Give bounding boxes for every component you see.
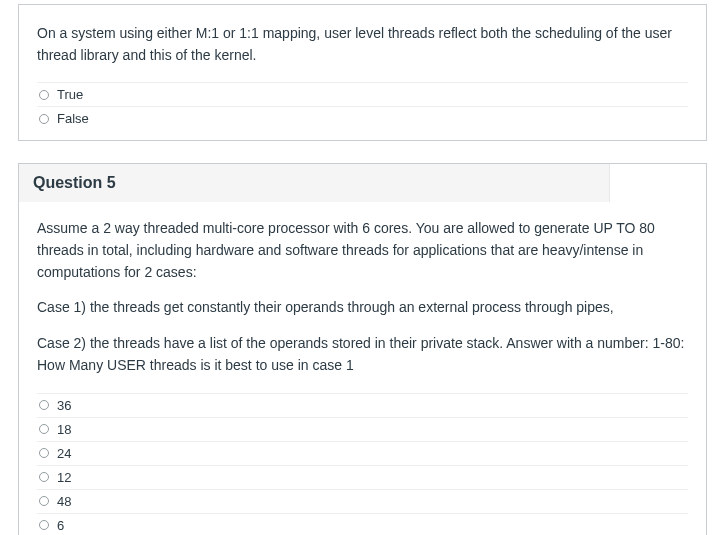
option-row[interactable]: 18 — [37, 417, 688, 441]
question-5-header: Question 5 — [19, 164, 610, 202]
question-5-p2: Case 1) the threads get constantly their… — [37, 297, 688, 319]
question-5-p3: Case 2) the threads have a list of the o… — [37, 333, 688, 376]
question-5-text: Assume a 2 way threaded multi-core proce… — [37, 218, 688, 376]
option-label: 48 — [57, 494, 71, 509]
radio-icon[interactable] — [39, 496, 49, 506]
radio-icon[interactable] — [39, 448, 49, 458]
radio-icon[interactable] — [39, 520, 49, 530]
question-4-body: On a system using either M:1 or 1:1 mapp… — [19, 5, 706, 140]
radio-icon[interactable] — [39, 114, 49, 124]
option-label: 36 — [57, 398, 71, 413]
option-row[interactable]: 6 — [37, 513, 688, 536]
question-4-options: True False — [37, 82, 688, 130]
option-row[interactable]: False — [37, 106, 688, 130]
option-label: 6 — [57, 518, 64, 533]
question-4-prompt: On a system using either M:1 or 1:1 mapp… — [37, 23, 688, 66]
radio-icon[interactable] — [39, 400, 49, 410]
option-label: True — [57, 87, 83, 102]
option-label: 24 — [57, 446, 71, 461]
option-label: False — [57, 111, 89, 126]
question-5-options: 36 18 24 12 48 6 — [37, 393, 688, 536]
radio-icon[interactable] — [39, 424, 49, 434]
radio-icon[interactable] — [39, 90, 49, 100]
option-row[interactable]: 24 — [37, 441, 688, 465]
question-4-card: On a system using either M:1 or 1:1 mapp… — [18, 4, 707, 141]
question-5-card: Question 5 Assume a 2 way threaded multi… — [18, 163, 707, 535]
option-label: 18 — [57, 422, 71, 437]
radio-icon[interactable] — [39, 472, 49, 482]
option-row[interactable]: True — [37, 82, 688, 106]
option-row[interactable]: 36 — [37, 393, 688, 417]
question-5-p1: Assume a 2 way threaded multi-core proce… — [37, 218, 688, 283]
question-5-body: Assume a 2 way threaded multi-core proce… — [19, 202, 706, 535]
option-row[interactable]: 12 — [37, 465, 688, 489]
option-label: 12 — [57, 470, 71, 485]
option-row[interactable]: 48 — [37, 489, 688, 513]
question-4-text: On a system using either M:1 or 1:1 mapp… — [37, 23, 688, 66]
